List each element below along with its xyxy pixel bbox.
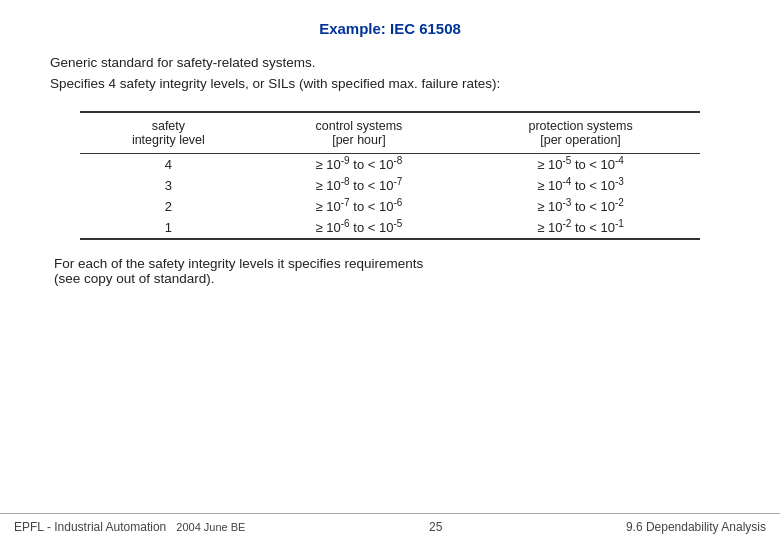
bottom-right-label: 9.6 Dependability Analysis	[626, 520, 766, 534]
sil-value: 2	[80, 196, 257, 217]
page-content: Example: IEC 61508 Generic standard for …	[0, 0, 780, 286]
control-range: ≥ 10-8 to < 10-7	[257, 175, 461, 196]
intro-line2: Specifies 4 safety integrity levels, or …	[50, 76, 730, 91]
protection-range: ≥ 10-4 to < 10-3	[461, 175, 700, 196]
page-title: Example: IEC 61508	[50, 20, 730, 37]
sil-value: 3	[80, 175, 257, 196]
col-sil-header: safety integrity level	[80, 112, 257, 153]
col-protection-header: protection systems [per operation]	[461, 112, 700, 153]
col-control-header: control systems [per hour]	[257, 112, 461, 153]
sil-value: 1	[80, 217, 257, 239]
bottom-bar: EPFL - Industrial Automation 2004 June B…	[0, 513, 780, 540]
sil-table: safety integrity level control systems […	[80, 111, 700, 240]
sil-value: 4	[80, 154, 257, 176]
intro-line1: Generic standard for safety-related syst…	[50, 55, 730, 70]
sil-table-container: safety integrity level control systems […	[80, 111, 700, 240]
page-number: 25	[429, 520, 442, 534]
protection-range: ≥ 10-2 to < 10-1	[461, 217, 700, 239]
control-range: ≥ 10-9 to < 10-8	[257, 154, 461, 176]
footer-text: For each of the safety integrity levels …	[50, 256, 730, 286]
protection-range: ≥ 10-5 to < 10-4	[461, 154, 700, 176]
control-range: ≥ 10-6 to < 10-5	[257, 217, 461, 239]
control-range: ≥ 10-7 to < 10-6	[257, 196, 461, 217]
bottom-left-label: EPFL - Industrial Automation 2004 June B…	[14, 520, 245, 534]
protection-range: ≥ 10-3 to < 10-2	[461, 196, 700, 217]
